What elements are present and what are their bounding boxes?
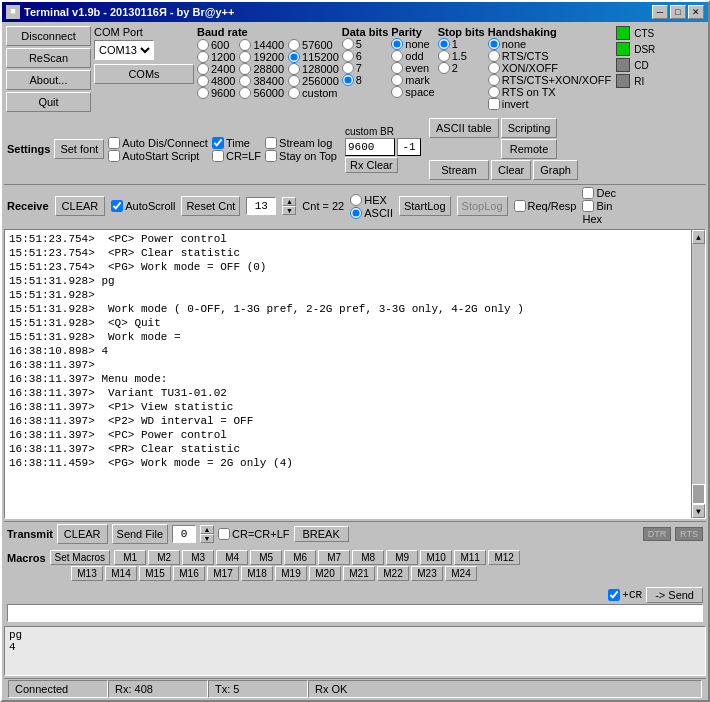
macro-m5-button[interactable]: M5 — [250, 550, 282, 565]
macro-m23-button[interactable]: M23 — [411, 566, 443, 581]
macro-m22-button[interactable]: M22 — [377, 566, 409, 581]
macro-m12-button[interactable]: M12 — [488, 550, 520, 565]
macro-m1-button[interactable]: M1 — [114, 550, 146, 565]
receive-clear-button[interactable]: CLEAR — [55, 196, 106, 216]
macro-m7-button[interactable]: M7 — [318, 550, 350, 565]
set-macros-button[interactable]: Set Macros — [50, 550, 111, 565]
baud-128000-radio[interactable] — [288, 63, 300, 75]
stream-log-checkbox[interactable] — [265, 137, 277, 149]
cr-cr-lf-checkbox[interactable] — [218, 528, 230, 540]
disconnect-button[interactable]: Disconnect — [6, 26, 91, 46]
macro-m14-button[interactable]: M14 — [105, 566, 137, 581]
clear-button[interactable]: Clear — [491, 160, 531, 180]
macro-m24-button[interactable]: M24 — [445, 566, 477, 581]
scroll-up-button[interactable]: ▲ — [692, 230, 705, 244]
cr-lf-checkbox[interactable] — [212, 150, 224, 162]
macro-m20-button[interactable]: M20 — [309, 566, 341, 581]
ascii-table-button[interactable]: ASCII table — [429, 118, 499, 138]
macro-m6-button[interactable]: M6 — [284, 550, 316, 565]
baud-4800-radio[interactable] — [197, 75, 209, 87]
macro-m13-button[interactable]: M13 — [71, 566, 103, 581]
send-input-field[interactable] — [7, 604, 703, 622]
scrollbar[interactable]: ▲ ▼ — [691, 230, 705, 518]
com-port-select[interactable]: COM13 — [94, 40, 154, 60]
macro-m18-button[interactable]: M18 — [241, 566, 273, 581]
baud-56000-radio[interactable] — [239, 87, 251, 99]
baud-57600-radio[interactable] — [288, 39, 300, 51]
minimize-button[interactable]: ─ — [652, 5, 668, 19]
cnt-down-button[interactable]: ▼ — [282, 206, 296, 215]
stop-bits-1-radio[interactable] — [438, 38, 450, 50]
cr-checkbox[interactable] — [608, 589, 620, 601]
custom-br-input[interactable] — [345, 138, 395, 156]
baud-19200-radio[interactable] — [239, 51, 251, 63]
close-button[interactable]: ✕ — [688, 5, 704, 19]
parity-mark-radio[interactable] — [391, 74, 403, 86]
autoscroll-checkbox[interactable] — [111, 200, 123, 212]
baud-2400-radio[interactable] — [197, 63, 209, 75]
startlog-button[interactable]: StartLog — [399, 196, 451, 216]
rx-clear-value-input[interactable] — [397, 138, 421, 156]
cnt-input[interactable] — [246, 197, 276, 215]
transmit-up-button[interactable]: ▲ — [200, 525, 214, 534]
time-checkbox[interactable] — [212, 137, 224, 149]
dec-checkbox[interactable] — [582, 187, 594, 199]
hex-radio[interactable] — [350, 194, 362, 206]
about-button[interactable]: About... — [6, 70, 91, 90]
macro-m15-button[interactable]: M15 — [139, 566, 171, 581]
macro-m4-button[interactable]: M4 — [216, 550, 248, 565]
quit-button[interactable]: Quit — [6, 92, 91, 112]
baud-custom-radio[interactable] — [288, 87, 300, 99]
stay-on-top-checkbox[interactable] — [265, 150, 277, 162]
auto-dis-connect-checkbox[interactable] — [108, 137, 120, 149]
transmit-down-button[interactable]: ▼ — [200, 534, 214, 543]
maximize-button[interactable]: □ — [670, 5, 686, 19]
send-file-button[interactable]: Send File — [112, 524, 168, 544]
macro-m9-button[interactable]: M9 — [386, 550, 418, 565]
terminal-text[interactable]: 15:51:23.754> <PC> Power control15:51:23… — [5, 230, 705, 518]
baud-115200-radio[interactable] — [288, 51, 300, 63]
stop-bits-2-radio[interactable] — [438, 62, 450, 74]
baud-600-radio[interactable] — [197, 39, 209, 51]
baud-1200-radio[interactable] — [197, 51, 209, 63]
macro-m16-button[interactable]: M16 — [173, 566, 205, 581]
parity-none-radio[interactable] — [391, 38, 403, 50]
data-bits-8-radio[interactable] — [342, 74, 354, 86]
parity-space-radio[interactable] — [391, 86, 403, 98]
macro-m17-button[interactable]: M17 — [207, 566, 239, 581]
macro-m19-button[interactable]: M19 — [275, 566, 307, 581]
ascii-radio[interactable] — [350, 207, 362, 219]
rx-clear-button[interactable]: Rx Clear — [345, 157, 398, 173]
stoplog-button[interactable]: StopLog — [457, 196, 508, 216]
handshaking-none-radio[interactable] — [488, 38, 500, 50]
req-resp-checkbox[interactable] — [514, 200, 526, 212]
scroll-down-button[interactable]: ▼ — [692, 504, 705, 518]
scroll-thumb[interactable] — [692, 484, 705, 504]
coms-button[interactable]: COMs — [94, 64, 194, 84]
bin-checkbox[interactable] — [582, 200, 594, 212]
baud-38400-radio[interactable] — [239, 75, 251, 87]
macro-m2-button[interactable]: M2 — [148, 550, 180, 565]
remote-button[interactable]: Remote — [501, 139, 558, 159]
macro-m8-button[interactable]: M8 — [352, 550, 384, 565]
set-font-button[interactable]: Set font — [54, 139, 104, 159]
macro-m21-button[interactable]: M21 — [343, 566, 375, 581]
stop-bits-1-5-radio[interactable] — [438, 50, 450, 62]
transmit-value-input[interactable] — [172, 525, 196, 543]
macro-m11-button[interactable]: M11 — [454, 550, 486, 565]
handshaking-invert-checkbox[interactable] — [488, 98, 500, 110]
macro-m10-button[interactable]: M10 — [420, 550, 452, 565]
scripting-button[interactable]: Scripting — [501, 118, 558, 138]
break-button[interactable]: BREAK — [294, 526, 349, 542]
rescan-button[interactable]: ReScan — [6, 48, 91, 68]
reset-cnt-button[interactable]: Reset Cnt — [181, 196, 240, 216]
autostart-script-checkbox[interactable] — [108, 150, 120, 162]
parity-odd-radio[interactable] — [391, 50, 403, 62]
parity-even-radio[interactable] — [391, 62, 403, 74]
transmit-clear-button[interactable]: CLEAR — [57, 524, 108, 544]
data-bits-6-radio[interactable] — [342, 50, 354, 62]
baud-256000-radio[interactable] — [288, 75, 300, 87]
baud-9600-radio[interactable] — [197, 87, 209, 99]
handshaking-rts-tx-radio[interactable] — [488, 86, 500, 98]
baud-14400-radio[interactable] — [239, 39, 251, 51]
